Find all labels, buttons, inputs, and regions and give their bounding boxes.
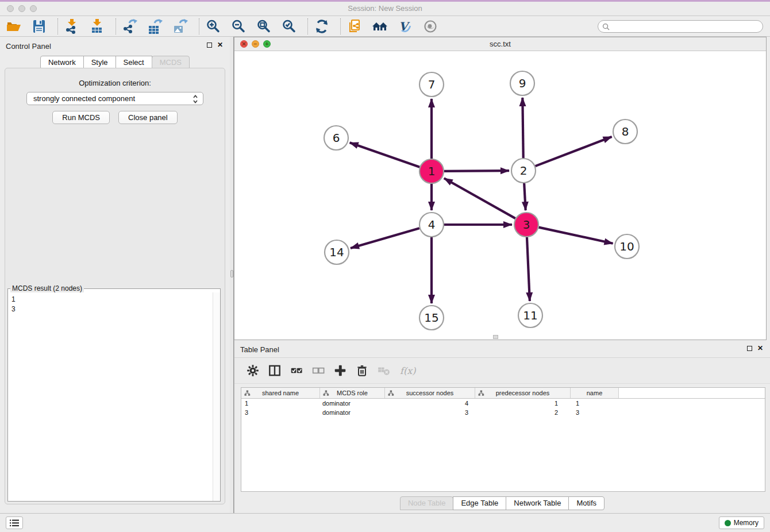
result-scrollbar[interactable] (213, 292, 220, 501)
memory-status-icon (725, 520, 731, 526)
graph-node-label-9: 9 (519, 76, 526, 90)
cell-shared-name[interactable]: 1 (241, 399, 320, 408)
graph-edge-3-11[interactable] (527, 237, 530, 301)
import-network-icon[interactable] (64, 18, 80, 34)
search-box[interactable] (598, 20, 763, 33)
node-table[interactable]: shared name MCDS role successor nodes pr… (241, 387, 765, 492)
graph-edge-3-1[interactable] (444, 178, 515, 218)
mcds-result-text: 1 3 (8, 292, 220, 317)
tab-edge-table[interactable]: Edge Table (453, 496, 506, 510)
app-title: Session: New Session (0, 2, 770, 16)
export-network-icon[interactable] (122, 18, 138, 34)
float-panel-icon[interactable] (207, 43, 212, 48)
graph-node-label-4: 4 (428, 218, 436, 232)
vizmapper-icon[interactable]: V (397, 18, 413, 34)
export-table-icon[interactable] (147, 18, 163, 34)
mcds-result-title: MCDS result (2 nodes) (10, 284, 84, 292)
refresh-view-icon[interactable] (314, 18, 330, 34)
table-row[interactable]: 3 dominator 3 2 3 (241, 408, 765, 417)
function-builder-icon[interactable]: f(x) (399, 364, 418, 377)
control-panel-title: Control Panel (6, 42, 51, 51)
table-panel-tabs: Node Table Edge Table Network Table Moti… (234, 496, 770, 510)
zoom-out-icon[interactable] (230, 18, 247, 34)
graph-node-label-8: 8 (622, 125, 629, 138)
graph-node-label-1: 1 (428, 164, 436, 178)
divider-grip[interactable] (230, 270, 233, 277)
tab-node-table[interactable]: Node Table (400, 496, 454, 510)
graph-edge-2-3[interactable] (524, 183, 526, 210)
open-session-file-icon[interactable] (346, 18, 363, 34)
zoom-in-icon[interactable] (205, 18, 221, 34)
export-image-icon[interactable] (172, 18, 188, 34)
graph-node-label-6: 6 (333, 131, 340, 145)
mcds-result-group: MCDS result (2 nodes) 1 3 (7, 284, 221, 502)
cell-predecessor-nodes[interactable]: 2 (475, 408, 571, 417)
import-table-icon[interactable] (89, 18, 105, 34)
network-canvas[interactable]: 1234678910111415 (234, 51, 766, 340)
zoom-selected-icon[interactable] (281, 18, 297, 34)
toolbar-separator (57, 18, 58, 34)
cell-mcds-role[interactable]: dominator (320, 408, 385, 417)
close-table-panel-icon[interactable]: ✕ (757, 345, 763, 351)
close-panel-icon[interactable]: ✕ (217, 42, 223, 48)
mcds-result-area[interactable]: 1 3 (8, 292, 220, 501)
graph-edge-3-10[interactable] (538, 228, 613, 244)
graph-edge-4-14[interactable] (351, 228, 419, 248)
attribute-type-icon (323, 390, 329, 396)
graph-node-label-14: 14 (329, 245, 344, 259)
cell-name[interactable]: 1 (571, 399, 619, 408)
delete-columns-icon[interactable] (355, 364, 369, 377)
attribute-type-icon (388, 390, 394, 396)
column-header-successor-nodes[interactable]: successor nodes (385, 388, 475, 398)
unselect-all-columns-icon[interactable] (311, 364, 325, 377)
float-table-panel-icon[interactable] (747, 346, 752, 351)
cell-predecessor-nodes[interactable]: 1 (475, 399, 571, 408)
graph-edge-2-8[interactable] (536, 137, 612, 166)
cell-shared-name[interactable]: 3 (241, 408, 320, 417)
home-icon[interactable] (372, 18, 388, 34)
search-input[interactable] (612, 22, 756, 30)
create-column-icon[interactable] (333, 364, 347, 377)
graph-node-label-3: 3 (523, 218, 530, 232)
delete-table-icon[interactable] (377, 364, 391, 377)
zoom-fit-content-icon[interactable] (256, 18, 272, 34)
show-graphics-details-icon[interactable] (422, 18, 438, 34)
open-session-icon[interactable] (6, 18, 22, 34)
table-panel-title: Table Panel (240, 345, 279, 354)
optimization-criterion-select[interactable]: strongly connected component (26, 92, 203, 105)
graph-node-label-2: 2 (520, 164, 528, 178)
save-session-icon[interactable] (31, 18, 47, 34)
network-graph[interactable]: 1234678910111415 (234, 51, 766, 340)
cell-name[interactable]: 3 (571, 408, 619, 417)
run-mcds-button[interactable]: Run MCDS (52, 111, 110, 124)
cell-successor-nodes[interactable]: 3 (385, 408, 475, 417)
table-toolbar: f(x) (234, 357, 770, 384)
tab-network-table[interactable]: Network Table (506, 496, 569, 510)
column-header-predecessor-nodes[interactable]: predecessor nodes (475, 388, 571, 398)
table-row[interactable]: 1 dominator 4 1 1 (241, 399, 765, 408)
search-icon (602, 23, 610, 30)
column-header-name[interactable]: name (571, 388, 619, 398)
close-panel-button[interactable]: Close panel (118, 111, 178, 124)
toolbar-separator (116, 18, 116, 34)
panel-divider[interactable] (230, 37, 234, 513)
tab-motifs[interactable]: Motifs (568, 496, 605, 510)
task-history-button[interactable] (6, 516, 23, 529)
cell-successor-nodes[interactable]: 4 (385, 399, 475, 408)
toolbar-separator (340, 18, 341, 34)
canvas-resize-grip[interactable] (493, 335, 498, 339)
table-panel: Table Panel ✕ (234, 340, 770, 513)
show-columns-icon[interactable] (268, 364, 282, 377)
select-stepper-icon (192, 94, 199, 104)
memory-button[interactable]: Memory (719, 516, 764, 529)
network-window-titlebar[interactable]: ✕ − + scc.txt (234, 37, 766, 51)
column-header-shared-name[interactable]: shared name (241, 388, 320, 398)
graph-edge-1-6[interactable] (350, 142, 420, 167)
table-options-icon[interactable] (246, 364, 260, 377)
graph-node-label-15: 15 (424, 311, 438, 325)
cell-mcds-role[interactable]: dominator (320, 399, 385, 408)
select-all-columns-icon[interactable] (290, 364, 303, 377)
column-header-mcds-role[interactable]: MCDS role (320, 388, 385, 398)
graph-edge-2-9[interactable] (522, 98, 523, 158)
graph-edge-1-2[interactable] (444, 171, 509, 171)
